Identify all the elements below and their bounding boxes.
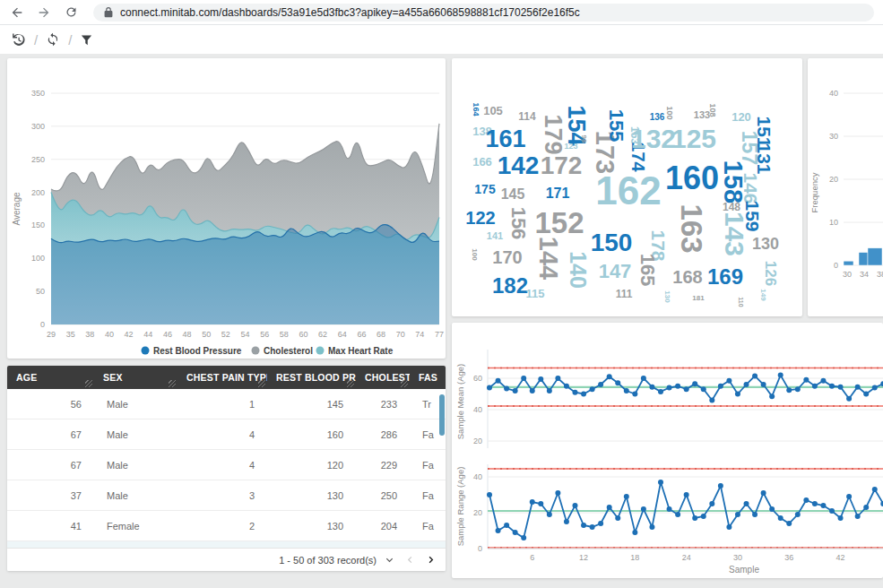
svg-text:38: 38 (877, 270, 883, 279)
svg-text:74: 74 (415, 330, 424, 339)
table-body: 56Male1145233Tr67Male4160286Fa67Male4120… (7, 389, 446, 571)
svg-text:Max Heart Rate: Max Heart Rate (328, 346, 394, 356)
svg-text:250: 250 (31, 155, 45, 164)
app-toolbar: / / (0, 25, 883, 54)
wordcloud-number: 152 (534, 208, 584, 238)
svg-text:18: 18 (630, 553, 639, 562)
svg-text:Cholesterol: Cholesterol (264, 346, 313, 356)
history-icon[interactable] (11, 32, 26, 48)
column-header[interactable]: REST BLOOD PRESS... (267, 366, 356, 389)
wordcloud-number: 100 (665, 106, 673, 119)
svg-text:40: 40 (105, 330, 114, 339)
column-header[interactable]: AGE (7, 366, 94, 389)
column-header[interactable]: SEX (94, 366, 177, 389)
table-cell: 204 (356, 521, 410, 532)
svg-text:0: 0 (478, 544, 482, 553)
wordcloud-number: 123 (564, 143, 577, 151)
page-size-dropdown[interactable] (382, 555, 397, 565)
table-cell: 229 (356, 460, 410, 471)
wordcloud-number: 158 (720, 160, 746, 203)
table-cell: 67 (7, 460, 94, 471)
table-cell: 67 (7, 429, 94, 440)
wordcloud-number: 114 (518, 111, 535, 122)
wordcloud-number: 98 (580, 135, 587, 143)
svg-text:12: 12 (579, 553, 588, 562)
prev-page-icon[interactable] (403, 555, 418, 565)
table-cell: 130 (267, 490, 356, 501)
wordcloud-number: 131 (755, 143, 774, 174)
svg-text:40: 40 (473, 405, 482, 414)
wordcloud-number: 160 (665, 162, 719, 195)
column-header[interactable]: FAS (410, 366, 446, 389)
column-header[interactable]: CHOLESTEROL (356, 366, 410, 389)
table-cell: 1 (177, 399, 267, 410)
table-cell: 160 (267, 429, 356, 440)
wordcloud-number: 144 (535, 237, 561, 280)
svg-text:52: 52 (221, 330, 230, 339)
svg-text:150: 150 (31, 220, 45, 229)
wordcloud-number: 169 (707, 266, 743, 288)
column-header[interactable]: CHEST PAIN TYPE (177, 366, 267, 389)
sync-icon[interactable] (46, 32, 60, 47)
svg-text:50: 50 (36, 287, 45, 296)
vertical-scrollbar[interactable] (439, 394, 445, 436)
records-count: 1 - 50 of 303 record(s) (279, 555, 377, 566)
table-cell: 56 (7, 399, 94, 410)
table-row[interactable]: 37Male3130250Fa (7, 480, 446, 511)
svg-text:56: 56 (260, 330, 269, 339)
wordcloud-number: 149 (759, 289, 766, 300)
table-cell: 4 (177, 460, 267, 471)
svg-text:Sample Range (Age): Sample Range (Age) (455, 467, 465, 547)
svg-text:34: 34 (860, 270, 869, 279)
svg-text:Average: Average (12, 192, 22, 226)
svg-text:48: 48 (183, 330, 192, 339)
wordcloud-number: 115 (526, 288, 545, 299)
svg-text:Frequency: Frequency (809, 172, 819, 212)
svg-text:44: 44 (143, 330, 152, 339)
wordcloud-number: 100 (471, 248, 478, 260)
svg-text:Rest Blood Pressure: Rest Blood Pressure (153, 346, 242, 356)
svg-text:40: 40 (829, 89, 838, 98)
wordcloud-number: 120 (732, 111, 751, 123)
wordcloud-number: 172 (541, 153, 583, 178)
svg-text:0: 0 (40, 320, 45, 329)
table-row[interactable]: 67Male4120229Fa (7, 450, 446, 480)
table-cell: 286 (356, 429, 410, 440)
next-page-icon[interactable] (423, 555, 438, 565)
wordcloud-number: 130 (663, 290, 671, 302)
wordcloud-number: 170 (492, 248, 522, 266)
svg-text:0: 0 (834, 261, 838, 270)
table-row[interactable]: 41Female2130204Fa (7, 511, 446, 541)
svg-text:24: 24 (682, 553, 691, 562)
wordcloud-number: 142 (498, 153, 540, 178)
browser-forward-icon[interactable] (36, 4, 52, 21)
wordcloud-number: 164 (472, 102, 480, 116)
filter-icon[interactable] (80, 33, 93, 47)
svg-text:64: 64 (338, 330, 347, 339)
wordcloud-number: 166 (472, 156, 492, 168)
svg-text:58: 58 (280, 330, 289, 339)
wordcloud-card: 1641051141791541381611239817315515317413… (452, 58, 802, 316)
wordcloud-number: 171 (546, 186, 570, 201)
table-cell: Female (94, 521, 177, 532)
svg-text:300: 300 (31, 122, 45, 131)
url-bar[interactable]: connect.minitab.com/dashboards/53a91e5d3… (93, 4, 874, 22)
svg-text:20: 20 (829, 175, 838, 184)
svg-text:29: 29 (47, 330, 56, 339)
wordcloud-number: 155 (606, 109, 626, 143)
svg-text:70: 70 (396, 330, 405, 339)
wordcloud-number: 175 (474, 183, 495, 195)
table-row[interactable]: 56Male1145233Tr (7, 389, 446, 419)
area-chart-card: 050100150200250300350Average293538404244… (7, 58, 446, 359)
table-cell: 250 (356, 490, 410, 501)
svg-text:20: 20 (473, 508, 482, 517)
data-table-card: AGESEXCHEST PAIN TYPEREST BLOOD PRESS...… (7, 366, 446, 571)
browser-back-icon[interactable] (9, 4, 25, 21)
wordcloud-number: 163 (677, 203, 706, 253)
wordcloud-number: 141 (487, 231, 503, 241)
wordcloud-number: 162 (595, 171, 661, 211)
wordcloud-number: 161 (485, 127, 525, 151)
browser-reload-icon[interactable] (63, 4, 79, 21)
wordcloud-number: 108 (708, 103, 716, 117)
table-row[interactable]: 67Male4160286Fa (7, 419, 446, 450)
